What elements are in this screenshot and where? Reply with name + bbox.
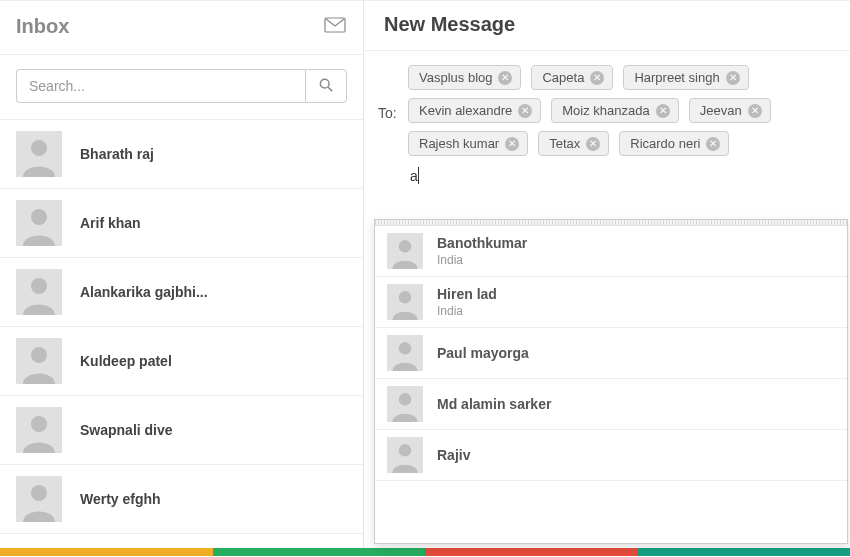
- recipient-chip[interactable]: Vasplus blog✕: [408, 65, 521, 90]
- chip-label: Kevin alexandre: [419, 103, 512, 118]
- accent-segment: [0, 548, 213, 556]
- close-icon[interactable]: ✕: [656, 104, 670, 118]
- chip-label: Tetax: [549, 136, 580, 151]
- search-row: [0, 55, 363, 120]
- contact-row[interactable]: Swapnali dive: [0, 396, 363, 465]
- to-label: To:: [378, 65, 408, 121]
- svg-point-3: [320, 79, 329, 88]
- recipient-chip[interactable]: Rajesh kumar✕: [408, 131, 528, 156]
- sidebar: Inbox Bharath raj Arif khan Alankarika g…: [0, 1, 364, 548]
- avatar: [387, 335, 423, 371]
- close-icon[interactable]: ✕: [590, 71, 604, 85]
- suggestion-list[interactable]: Banothkumar India Hiren lad India Paul m…: [375, 226, 847, 543]
- recipient-input[interactable]: [408, 164, 548, 188]
- contact-name: Kuldeep patel: [80, 353, 172, 369]
- suggestion-name: Md alamin sarker: [437, 396, 551, 412]
- chip-label: Capeta: [542, 70, 584, 85]
- chip-label: Harpreet singh: [634, 70, 719, 85]
- close-icon[interactable]: ✕: [505, 137, 519, 151]
- sidebar-header: Inbox: [0, 1, 363, 55]
- avatar: [387, 284, 423, 320]
- search-input[interactable]: [16, 69, 305, 103]
- contact-name: Werty efghh: [80, 491, 161, 507]
- contact-name: Swapnali dive: [80, 422, 173, 438]
- text-caret: [418, 167, 419, 184]
- recipient-chip[interactable]: Harpreet singh✕: [623, 65, 748, 90]
- mail-icon[interactable]: [323, 13, 347, 40]
- contact-row[interactable]: Arif khan: [0, 189, 363, 258]
- recipient-chip[interactable]: Capeta✕: [531, 65, 613, 90]
- recipient-chip[interactable]: Kevin alexandre✕: [408, 98, 541, 123]
- chip-label: Jeevan: [700, 103, 742, 118]
- suggestion-item[interactable]: Md alamin sarker: [375, 379, 847, 430]
- avatar: [16, 476, 62, 522]
- close-icon[interactable]: ✕: [748, 104, 762, 118]
- accent-segment: [425, 548, 638, 556]
- recipient-chip[interactable]: Ricardo neri✕: [619, 131, 729, 156]
- avatar: [387, 233, 423, 269]
- compose-title: New Message: [384, 13, 830, 36]
- avatar: [16, 131, 62, 177]
- avatar: [387, 386, 423, 422]
- contact-row[interactable]: Kuldeep patel: [0, 327, 363, 396]
- suggestion-item[interactable]: Rajiv: [375, 430, 847, 481]
- suggestion-item[interactable]: Banothkumar India: [375, 226, 847, 277]
- avatar: [16, 269, 62, 315]
- recipient-chip[interactable]: Moiz khanzada✕: [551, 98, 678, 123]
- close-icon[interactable]: ✕: [726, 71, 740, 85]
- recipient-chips[interactable]: Vasplus blog✕Capeta✕Harpreet singh✕Kevin…: [408, 65, 834, 188]
- contact-name: Arif khan: [80, 215, 141, 231]
- avatar: [16, 338, 62, 384]
- close-icon[interactable]: ✕: [586, 137, 600, 151]
- suggestion-name: Paul mayorga: [437, 345, 529, 361]
- chip-label: Ricardo neri: [630, 136, 700, 151]
- contact-name: Alankarika gajbhi...: [80, 284, 208, 300]
- svg-line-4: [328, 87, 332, 91]
- chip-label: Rajesh kumar: [419, 136, 499, 151]
- compose-panel: New Message To: Vasplus blog✕Capeta✕Harp…: [364, 1, 850, 548]
- to-area: To: Vasplus blog✕Capeta✕Harpreet singh✕K…: [364, 51, 850, 188]
- recipient-chip[interactable]: Tetax✕: [538, 131, 609, 156]
- autocomplete-dropdown: Banothkumar India Hiren lad India Paul m…: [374, 219, 848, 544]
- close-icon[interactable]: ✕: [498, 71, 512, 85]
- close-icon[interactable]: ✕: [706, 137, 720, 151]
- suggestion-name: Rajiv: [437, 447, 470, 463]
- suggestion-sub: India: [437, 304, 497, 318]
- search-button[interactable]: [305, 69, 347, 103]
- avatar: [387, 437, 423, 473]
- accent-segment: [213, 548, 426, 556]
- contact-name: Bharath raj: [80, 146, 154, 162]
- contact-row[interactable]: Werty efghh: [0, 465, 363, 534]
- chip-label: Moiz khanzada: [562, 103, 649, 118]
- search-icon: [319, 78, 333, 95]
- suggestion-name: Banothkumar: [437, 235, 527, 251]
- inbox-title: Inbox: [16, 15, 69, 38]
- contact-row[interactable]: Bharath raj: [0, 120, 363, 189]
- avatar: [16, 407, 62, 453]
- suggestion-item[interactable]: Hiren lad India: [375, 277, 847, 328]
- compose-header: New Message: [364, 1, 850, 51]
- suggestion-sub: India: [437, 253, 527, 267]
- close-icon[interactable]: ✕: [518, 104, 532, 118]
- contacts-list[interactable]: Bharath raj Arif khan Alankarika gajbhi.…: [0, 120, 363, 548]
- accent-segment: [638, 548, 851, 556]
- recipient-chip[interactable]: Jeevan✕: [689, 98, 771, 123]
- avatar: [16, 200, 62, 246]
- suggestion-name: Hiren lad: [437, 286, 497, 302]
- contact-row[interactable]: Alankarika gajbhi...: [0, 258, 363, 327]
- bottom-accent-bar: [0, 548, 850, 556]
- chip-label: Vasplus blog: [419, 70, 492, 85]
- suggestion-item[interactable]: Paul mayorga: [375, 328, 847, 379]
